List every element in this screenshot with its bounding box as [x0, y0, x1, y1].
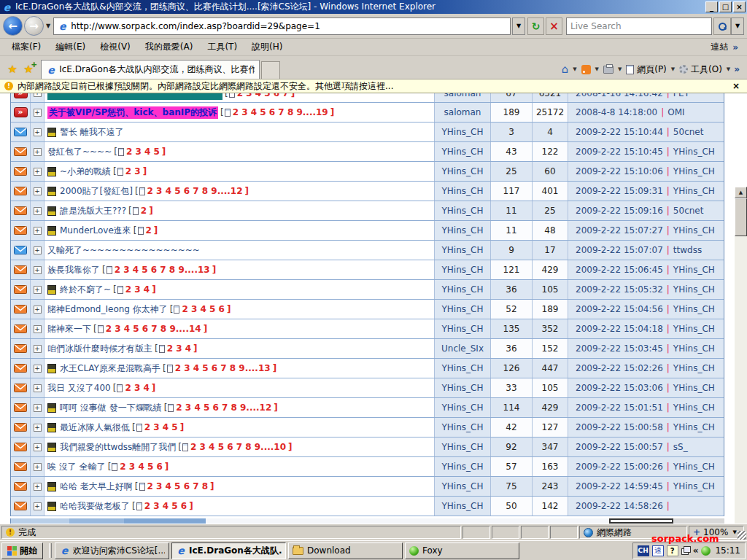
page-links[interactable]: [2 3 4 5 6 7 8 9....13]	[163, 363, 276, 373]
page-links[interactable]: [2 3 4]	[155, 343, 198, 354]
lastpost-user[interactable]: YHins_CH	[673, 383, 715, 393]
ime-speed-icon[interactable]: 速	[652, 545, 664, 556]
vertical-scrollbar[interactable]: ▲ ▼	[735, 187, 747, 524]
task-label[interactable]: 欢迎访问索沛CS论坛[...	[73, 545, 165, 557]
author-cell[interactable]: YHins_CH	[435, 241, 491, 260]
taskbar-task-download[interactable]: Download	[288, 542, 403, 559]
author-cell[interactable]: YHins_CH	[435, 122, 491, 141]
lastpost-user[interactable]: 50cnet	[673, 206, 704, 216]
topic-title-link[interactable]: 我日 又沒了400	[47, 382, 111, 394]
author-cell[interactable]: saloman	[435, 93, 491, 102]
topic-title-link[interactable]: MunderLove進來	[60, 225, 131, 237]
ime-toolbar-icon[interactable]	[681, 546, 690, 555]
author-cell[interactable]: YHins_CH	[435, 300, 491, 319]
tab-active[interactable]: e IcE.DraGon各大战队内部交流，团练商议、比赛作...	[41, 60, 260, 79]
expand-toggle[interactable]: +	[34, 207, 42, 215]
lastpost-user[interactable]: YHins_CH	[673, 147, 715, 157]
topic-title-link[interactable]: ~小弟的戰績	[60, 166, 111, 178]
tools-dropdown-icon[interactable]: ▼	[727, 66, 730, 72]
page-links[interactable]: [2 3 4 5 6]	[132, 501, 193, 511]
taskbar-task-foxy[interactable]: Foxy	[405, 542, 519, 559]
topic-title-link[interactable]: 警长 離我不遠了	[60, 126, 124, 139]
lastpost-user[interactable]: OMI	[667, 107, 684, 117]
start-label[interactable]: 開始	[20, 545, 37, 557]
author-cell[interactable]: saloman	[435, 103, 491, 122]
links-label[interactable]: 連結	[708, 41, 731, 53]
infobar-text[interactable]: 內部網路設定目前已根據預設關閉。內部網路設定比網際網路設定還不安全。其他選項請按…	[18, 80, 729, 93]
back-button[interactable]: ←	[3, 16, 23, 36]
author-cell[interactable]: YHins_CH	[435, 359, 491, 378]
topic-title-link[interactable]: 誰是洗版大王???	[60, 205, 126, 217]
page-links[interactable]: [2 3 4 5 6 7 8]	[135, 481, 214, 491]
lastpost-user[interactable]: YHins_CH	[673, 481, 715, 491]
topic-title-link[interactable]: 又輸死了~~~~~~~~~~~~~~~~	[47, 244, 200, 257]
lastpost-user[interactable]: YHins_CH	[673, 304, 715, 314]
author-cell[interactable]: YHins_CH	[435, 457, 491, 476]
lastpost-user[interactable]: YHins_CH	[673, 186, 715, 196]
lastpost-user[interactable]: YHins_CH	[673, 462, 715, 472]
add-favorite-icon[interactable]: ★	[20, 60, 36, 79]
page-links[interactable]: [2]	[133, 225, 158, 236]
author-cell[interactable]: YHins_CH	[435, 201, 491, 220]
author-cell[interactable]: YHins_CH	[435, 280, 491, 299]
scroll-thumb[interactable]	[735, 198, 747, 236]
page-menu-button[interactable]: 網頁(P)	[624, 61, 668, 78]
page-links[interactable]: [2 3 4 5]	[114, 147, 166, 157]
author-cell[interactable]: Uncle_SIx	[435, 339, 491, 358]
expand-toggle[interactable]: +	[34, 266, 42, 274]
page-links[interactable]: [2 3 4 5 6 7 8 9....19]	[220, 107, 334, 117]
expand-toggle[interactable]: +	[34, 246, 42, 254]
expand-toggle[interactable]: +	[34, 483, 42, 491]
topic-title-link[interactable]: 关于被VIP/SP惩罚、kick、banIP的投诉	[47, 106, 218, 119]
menu-help[interactable]: 說明(H)	[244, 39, 290, 55]
expand-toggle[interactable]: +	[34, 325, 42, 333]
page-links[interactable]: [2 3 4 5 6 7 8 9....12]	[164, 402, 278, 413]
topic-title-link[interactable]: 終於不窮了~	[60, 284, 111, 296]
author-cell[interactable]: YHins_CH	[435, 477, 491, 496]
page-links[interactable]: [2 3 4 5 6 7 8 9....10]	[178, 442, 292, 452]
new-tab-stub[interactable]	[261, 61, 280, 79]
topic-title-link[interactable]: 賭神Edmond_Ieong 你太神了	[47, 303, 168, 316]
resize-grip[interactable]	[738, 531, 746, 540]
expand-toggle[interactable]: +	[34, 168, 42, 176]
lastpost-user[interactable]: YHins_CH	[673, 166, 715, 176]
expand-toggle[interactable]: +	[34, 443, 42, 451]
task-label[interactable]: Foxy	[422, 545, 443, 556]
expand-toggle[interactable]: +	[34, 384, 42, 392]
lastpost-user[interactable]: ttwdss	[673, 245, 702, 255]
page-links[interactable]: [2 3 4]	[113, 383, 156, 393]
topic-title-link[interactable]: 發紅包了~~~~	[47, 146, 112, 158]
expand-toggle[interactable]: +	[34, 502, 42, 510]
menu-tools[interactable]: 工具(T)	[200, 39, 244, 55]
topic-title-link[interactable]: 哈哈 老大早上好啊	[60, 481, 133, 493]
author-cell[interactable]: YHins_CH	[435, 418, 491, 437]
author-cell[interactable]: YHins_CH	[435, 142, 491, 161]
refresh-button[interactable]: ↻	[527, 18, 544, 35]
favorites-star-icon[interactable]: ★	[4, 60, 20, 79]
page-links[interactable]: [2 3 4 5 6]	[170, 304, 231, 314]
lastpost-user[interactable]: PET	[673, 93, 689, 98]
search-box[interactable]: Live Search	[566, 18, 712, 35]
infobar-close-icon[interactable]: ×	[729, 81, 743, 91]
taskbar-task--cs-[interactable]: e欢迎访问索沛CS论坛[...	[55, 542, 169, 559]
expand-toggle[interactable]: +	[34, 345, 42, 353]
tab-label[interactable]: IcE.DraGon各大战队内部交流，团练商议、比赛作...	[59, 63, 255, 76]
information-bar[interactable]: ! 內部網路設定目前已根據預設關閉。內部網路設定比網際網路設定還不安全。其他選項…	[0, 79, 747, 93]
tray-collapse-icon[interactable]: «	[693, 545, 699, 556]
expand-toggle[interactable]: +	[34, 148, 42, 156]
author-cell[interactable]: YHins_CH	[435, 182, 491, 201]
menu-edit[interactable]: 編輯(E)	[48, 39, 93, 55]
topic-title-link[interactable]: 唉 沒了 全輸了	[47, 461, 106, 473]
forward-button[interactable]: →	[24, 16, 44, 36]
expand-toggle[interactable]: +	[34, 128, 42, 136]
lastpost-user[interactable]: YHins_CH	[673, 265, 715, 275]
stop-button[interactable]: ×	[546, 18, 562, 35]
topic-title-link[interactable]: 呵呵 沒事做 發一下爛戰績	[60, 402, 162, 414]
foxy-tray-icon[interactable]	[701, 546, 711, 556]
lastpost-user[interactable]: YHins_CH	[673, 225, 715, 236]
print-button[interactable]	[601, 61, 616, 78]
topic-title-link[interactable]: 族長我靠你了	[47, 264, 100, 276]
author-cell[interactable]: YHins_CH	[435, 378, 491, 397]
author-cell[interactable]: YHins_CH	[435, 260, 491, 279]
lastpost-user[interactable]: YHins_CH	[673, 422, 715, 432]
